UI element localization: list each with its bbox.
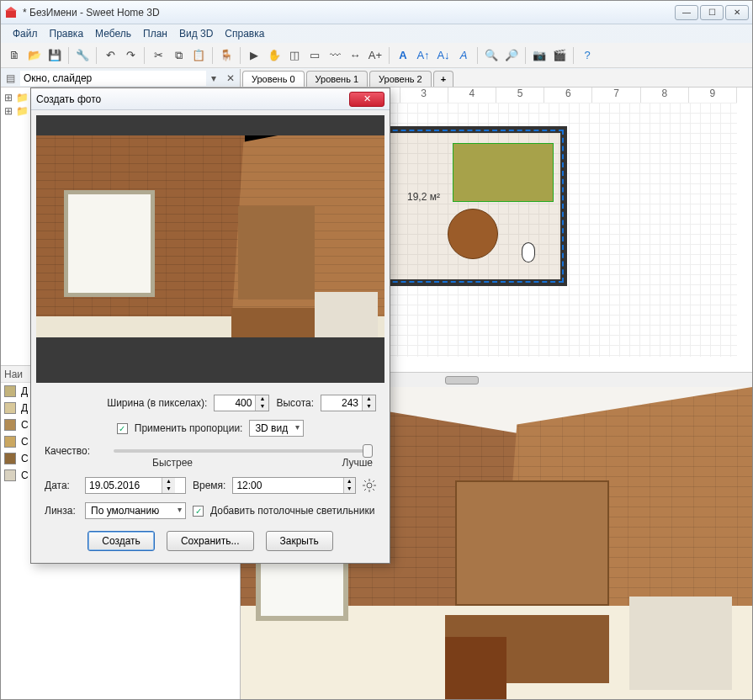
undo-icon[interactable]: ↶ <box>102 47 119 64</box>
svg-marker-1 <box>5 7 17 11</box>
save-icon[interactable]: 💾 <box>46 47 63 64</box>
create-rooms-icon[interactable]: ▭ <box>306 47 323 64</box>
time-input[interactable] <box>233 478 342 493</box>
height-input[interactable] <box>321 395 362 411</box>
pan-icon[interactable]: ✋ <box>266 47 283 64</box>
quality-fast-label: Быстрее <box>152 457 193 469</box>
save-button[interactable]: Сохранить... <box>167 531 254 551</box>
svg-point-2 <box>367 483 372 488</box>
preferences-icon[interactable]: 🔧 <box>74 47 91 64</box>
maximize-button[interactable]: ☐ <box>700 5 724 20</box>
menu-3d[interactable]: Вид 3D <box>174 26 218 41</box>
close-dialog-button[interactable]: Закрыть <box>266 531 333 551</box>
add-furniture-icon[interactable]: 🪑 <box>218 47 235 64</box>
catalog-dropdown-icon[interactable]: ▾ <box>206 72 221 84</box>
dialog-title: Создать фото <box>36 93 349 105</box>
toolbar: 🗎 📂 💾 🔧 ↶ ↷ ✂ ⧉ 📋 🪑 ▶ ✋ ◫ ▭ 〰 ↔ A+ A A↑ … <box>1 43 752 68</box>
spin-down-icon[interactable]: ▼ <box>162 485 175 493</box>
3d-armchair <box>629 597 732 690</box>
redo-icon[interactable]: ↷ <box>122 47 139 64</box>
create-text-icon[interactable]: A+ <box>367 47 384 64</box>
tab-add-level[interactable]: + <box>433 71 453 87</box>
spin-up-icon[interactable]: ▲ <box>255 395 268 403</box>
cut-icon[interactable]: ✂ <box>150 47 167 64</box>
camera-icon[interactable] <box>522 242 535 262</box>
quality-slider[interactable] <box>114 449 373 453</box>
plan-table[interactable] <box>448 209 498 259</box>
create-dimensions-icon[interactable]: ↔ <box>347 47 363 64</box>
date-spinner[interactable]: ▲▼ <box>85 477 186 494</box>
paste-icon[interactable]: 📋 <box>190 47 207 64</box>
title-bar: * БезИмени - Sweet Home 3D — ☐ ✕ <box>1 1 752 24</box>
lens-combo[interactable]: По умолчанию <box>85 502 186 519</box>
minimize-button[interactable]: — <box>675 5 698 20</box>
svg-line-9 <box>373 480 374 482</box>
width-input[interactable] <box>215 395 255 411</box>
create-walls-icon[interactable]: ◫ <box>286 47 303 64</box>
plan-sofa[interactable] <box>453 143 554 202</box>
new-icon[interactable]: 🗎 <box>6 47 23 64</box>
zoom-out-icon[interactable]: 🔎 <box>503 47 520 64</box>
ceiling-lights-label: Добавить потолочные светильники <box>210 505 374 517</box>
height-spinner[interactable]: ▲▼ <box>321 395 376 411</box>
help-icon[interactable]: ? <box>579 47 596 64</box>
copy-icon[interactable]: ⧉ <box>170 47 187 64</box>
text-bold-icon[interactable]: A <box>395 47 411 64</box>
time-label: Время: <box>193 480 225 491</box>
menu-furn[interactable]: Мебель <box>90 26 136 41</box>
menu-edit[interactable]: Правка <box>45 26 89 41</box>
dialog-title-bar[interactable]: Создать фото ✕ <box>31 88 390 110</box>
zoom-in-icon[interactable]: 🔍 <box>483 47 500 64</box>
menu-file[interactable]: Файл <box>8 26 43 41</box>
tab-level-1[interactable]: Уровень 1 <box>306 71 369 87</box>
daylight-icon[interactable] <box>363 479 376 492</box>
spin-up-icon[interactable]: ▲ <box>343 478 355 485</box>
tab-level-2[interactable]: Уровень 2 <box>369 71 432 87</box>
catalog-selection: ▤ ▾ ✕ <box>1 69 240 88</box>
slider-thumb[interactable] <box>363 444 373 458</box>
svg-line-7 <box>364 480 366 482</box>
spin-down-icon[interactable]: ▼ <box>255 403 268 411</box>
level-tabs: Уровень 0 Уровень 1 Уровень 2 + <box>241 69 752 88</box>
dialog-close-button[interactable]: ✕ <box>349 92 384 107</box>
create-polyline-icon[interactable]: 〰 <box>326 47 343 64</box>
spin-down-icon[interactable]: ▼ <box>362 403 375 411</box>
menu-plan[interactable]: План <box>138 26 172 41</box>
text-bigger-icon[interactable]: A↑ <box>415 47 432 64</box>
create-video-icon[interactable]: 🎬 <box>551 47 568 64</box>
time-spinner[interactable]: ▲▼ <box>232 477 356 494</box>
proportions-combo[interactable]: 3D вид <box>249 420 304 437</box>
create-button[interactable]: Создать <box>87 531 155 551</box>
quality-best-label: Лучше <box>342 457 373 469</box>
open-icon[interactable]: 📂 <box>26 47 43 64</box>
spin-down-icon[interactable]: ▼ <box>343 485 355 493</box>
close-button[interactable]: ✕ <box>725 5 749 20</box>
catalog-close-icon[interactable]: ✕ <box>221 72 240 84</box>
tab-level-0[interactable]: Уровень 0 <box>242 71 305 87</box>
room-area-label: 19,2 м² <box>407 191 440 203</box>
create-photo-dialog: Создать фото ✕ Ширина (в пикселах): ▲▼ В… <box>30 88 390 564</box>
quality-label: Качество: <box>45 445 103 457</box>
catalog-item-field[interactable] <box>20 71 206 86</box>
spin-up-icon[interactable]: ▲ <box>162 478 175 485</box>
select-icon[interactable]: ▶ <box>246 47 262 64</box>
width-spinner[interactable]: ▲▼ <box>214 395 269 411</box>
height-label: Высота: <box>276 397 314 409</box>
3d-shelf <box>455 480 608 605</box>
menu-help[interactable]: Справка <box>220 26 269 41</box>
apply-proportions-checkbox[interactable]: ✓ <box>117 423 128 434</box>
text-smaller-icon[interactable]: A↓ <box>435 47 452 64</box>
window-title: * БезИмени - Sweet Home 3D <box>23 7 675 19</box>
3d-chair <box>445 637 506 699</box>
photo-preview <box>36 115 384 383</box>
ceiling-lights-checkbox[interactable]: ✓ <box>193 506 204 517</box>
svg-line-8 <box>373 489 374 491</box>
text-italic-icon[interactable]: A <box>455 47 472 64</box>
width-label: Ширина (в пикселах): <box>107 397 207 409</box>
create-photo-icon[interactable]: 📷 <box>531 47 548 64</box>
svg-rect-0 <box>6 11 16 18</box>
spin-up-icon[interactable]: ▲ <box>362 395 375 403</box>
date-input[interactable] <box>86 478 162 493</box>
lens-label: Линза: <box>45 505 78 517</box>
catalog-icon: ▤ <box>1 72 20 84</box>
